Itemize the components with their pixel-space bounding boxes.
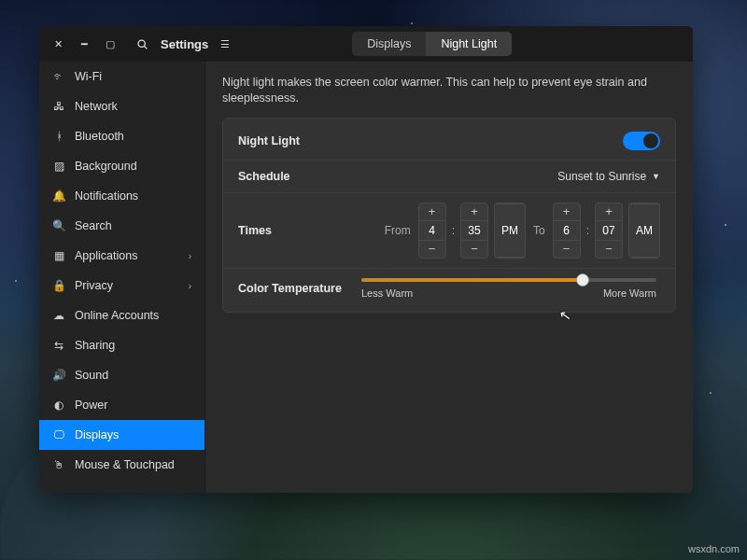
increment-button[interactable]: + bbox=[554, 203, 580, 220]
from-hour-value: 4 bbox=[419, 220, 445, 241]
sidebar-item-label: Notifications bbox=[75, 189, 138, 203]
titlebar: ✕ ━ ▢ Settings ☰ Displays Night Light bbox=[39, 26, 693, 62]
to-hour-value: 6 bbox=[554, 220, 580, 241]
search-icon bbox=[136, 38, 148, 50]
power-icon: ◐ bbox=[52, 399, 65, 412]
from-minute-value: 35 bbox=[461, 220, 487, 241]
apps-icon: ▦ bbox=[52, 249, 65, 262]
close-button[interactable]: ✕ bbox=[47, 33, 69, 55]
increment-button[interactable]: + bbox=[419, 203, 445, 220]
content-pane: Night light makes the screen color warme… bbox=[205, 62, 693, 493]
display-icon: 🖵 bbox=[52, 428, 65, 441]
to-ampm-value: AM bbox=[629, 203, 659, 258]
maximize-button[interactable]: ▢ bbox=[99, 33, 121, 55]
to-hour-spinner[interactable]: + 6 − bbox=[553, 203, 581, 259]
svg-line-1 bbox=[144, 46, 147, 49]
color-temperature-slider[interactable] bbox=[361, 278, 656, 282]
increment-button[interactable]: + bbox=[596, 203, 622, 220]
window-title: Settings bbox=[161, 37, 208, 51]
sidebar-item-privacy[interactable]: 🔒Privacy› bbox=[39, 271, 204, 301]
sidebar-item-sound[interactable]: 🔊Sound bbox=[39, 360, 204, 390]
speaker-icon: 🔊 bbox=[52, 369, 65, 382]
color-temperature-label: Color Temperature bbox=[238, 282, 348, 295]
sidebar-item-label: Online Accounts bbox=[75, 309, 159, 322]
sidebar-item-sharing[interactable]: ⇆Sharing bbox=[39, 330, 204, 360]
sidebar-item-network[interactable]: 🖧Network bbox=[39, 91, 204, 121]
settings-panel: Night Light Schedule Sunset to Sunrise ▼… bbox=[222, 118, 676, 313]
sidebar-item-label: Mouse & Touchpad bbox=[75, 458, 175, 471]
sidebar-item-bluetooth[interactable]: ᚼBluetooth bbox=[39, 121, 204, 151]
settings-window: ✕ ━ ▢ Settings ☰ Displays Night Light ᯤW… bbox=[39, 26, 693, 493]
row-color-temperature: Color Temperature Less Warm More Warm bbox=[223, 269, 675, 308]
night-light-toggle[interactable] bbox=[623, 132, 660, 150]
from-ampm-spinner[interactable]: PM bbox=[494, 203, 526, 259]
row-night-light: Night Light bbox=[223, 122, 675, 161]
slider-thumb[interactable] bbox=[576, 273, 589, 287]
sidebar-item-label: Displays bbox=[75, 428, 119, 441]
sidebar-item-applications[interactable]: ▦Applications› bbox=[39, 241, 204, 271]
search-button[interactable] bbox=[131, 33, 153, 55]
row-times: Times From + 4 − : + bbox=[223, 193, 675, 269]
cloud-icon: ☁ bbox=[52, 309, 65, 322]
decrement-button[interactable]: − bbox=[419, 241, 445, 258]
schedule-value: Sunset to Sunrise bbox=[557, 170, 646, 183]
description-text: Night light makes the screen color warme… bbox=[222, 75, 676, 106]
chevron-right-icon: › bbox=[189, 251, 191, 261]
watermark: wsxdn.com bbox=[688, 543, 740, 554]
from-word: From bbox=[385, 224, 411, 237]
sidebar-item-mouse-touchpad[interactable]: 🖱Mouse & Touchpad bbox=[39, 450, 204, 480]
increment-button[interactable]: + bbox=[461, 203, 487, 220]
sidebar-item-label: Applications bbox=[75, 249, 137, 262]
times-label: Times bbox=[238, 224, 348, 237]
bell-icon: 🔔 bbox=[52, 189, 65, 203]
lock-icon: 🔒 bbox=[52, 279, 65, 292]
decrement-button[interactable]: − bbox=[461, 241, 487, 258]
chevron-right-icon: › bbox=[189, 281, 191, 291]
sidebar-item-notifications[interactable]: 🔔Notifications bbox=[39, 181, 204, 211]
header-tabs: Displays Night Light bbox=[352, 32, 512, 56]
bluetooth-icon: ᚼ bbox=[52, 130, 65, 143]
sidebar-item-label: Search bbox=[75, 219, 112, 232]
from-ampm-value: PM bbox=[495, 203, 525, 258]
sidebar-item-search[interactable]: 🔍Search bbox=[39, 211, 204, 241]
sidebar-item-label: Power bbox=[75, 399, 107, 412]
tab-displays[interactable]: Displays bbox=[352, 32, 426, 56]
sidebar-item-power[interactable]: ◐Power bbox=[39, 390, 204, 420]
to-minute-spinner[interactable]: + 07 − bbox=[595, 203, 623, 259]
sidebar-item-label: Background bbox=[75, 160, 137, 173]
tab-night-light[interactable]: Night Light bbox=[426, 32, 512, 56]
sidebar-item-wifi[interactable]: ᯤWi-Fi bbox=[39, 62, 204, 91]
wifi-icon: ᯤ bbox=[52, 70, 65, 83]
to-word: To bbox=[533, 224, 545, 237]
from-minute-spinner[interactable]: + 35 − bbox=[460, 203, 488, 259]
sidebar-item-label: Bluetooth bbox=[75, 130, 124, 143]
sidebar-item-online-accounts[interactable]: ☁Online Accounts bbox=[39, 301, 204, 330]
sidebar: ᯤWi-Fi 🖧Network ᚼBluetooth ▨Background 🔔… bbox=[39, 62, 205, 493]
mouse-icon: 🖱 bbox=[52, 458, 65, 471]
row-schedule: Schedule Sunset to Sunrise ▼ bbox=[223, 161, 675, 193]
svg-point-0 bbox=[138, 40, 145, 47]
decrement-button[interactable]: − bbox=[596, 241, 622, 258]
decrement-button[interactable]: − bbox=[554, 241, 580, 258]
sidebar-item-background[interactable]: ▨Background bbox=[39, 151, 204, 181]
from-hour-spinner[interactable]: + 4 − bbox=[418, 203, 446, 259]
sidebar-item-displays[interactable]: 🖵Displays bbox=[39, 420, 204, 450]
search-icon: 🔍 bbox=[52, 219, 65, 232]
schedule-label: Schedule bbox=[238, 170, 348, 183]
hamburger-button[interactable]: ☰ bbox=[214, 33, 236, 55]
background-icon: ▨ bbox=[52, 160, 65, 173]
sidebar-item-label: Network bbox=[75, 100, 118, 113]
night-light-label: Night Light bbox=[238, 134, 348, 147]
network-icon: 🖧 bbox=[52, 100, 65, 113]
schedule-select[interactable]: Sunset to Sunrise ▼ bbox=[557, 170, 660, 183]
to-minute-value: 07 bbox=[596, 220, 622, 241]
sidebar-item-label: Sound bbox=[75, 369, 108, 382]
sidebar-item-label: Privacy bbox=[75, 279, 113, 292]
minimize-button[interactable]: ━ bbox=[73, 33, 95, 55]
sidebar-item-label: Sharing bbox=[75, 339, 115, 352]
less-warm-label: Less Warm bbox=[361, 287, 413, 299]
chevron-down-icon: ▼ bbox=[652, 172, 660, 181]
to-ampm-spinner[interactable]: AM bbox=[628, 203, 660, 259]
share-icon: ⇆ bbox=[52, 339, 65, 352]
more-warm-label: More Warm bbox=[603, 287, 656, 299]
